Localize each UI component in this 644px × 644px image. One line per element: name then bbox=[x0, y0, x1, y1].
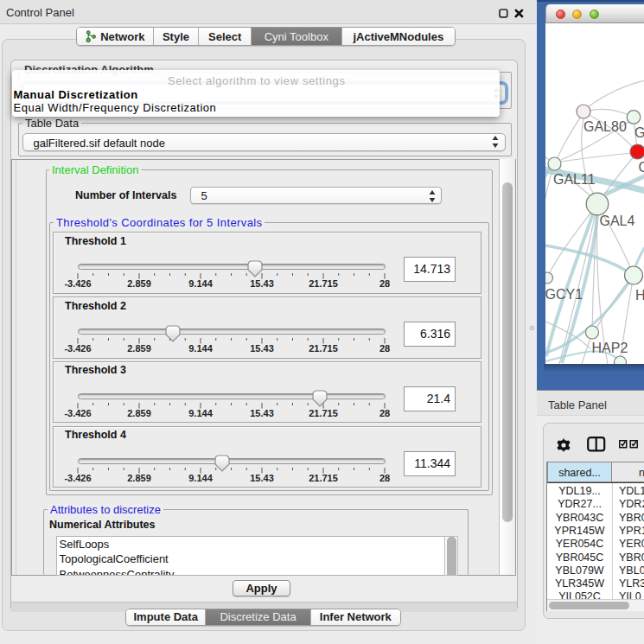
svg-text:C: C bbox=[639, 160, 644, 175]
svg-text:H: H bbox=[635, 288, 644, 303]
svg-text:HAP2: HAP2 bbox=[592, 341, 628, 355]
svg-text:GA: GA bbox=[634, 125, 644, 140]
svg-text:GAL80: GAL80 bbox=[583, 119, 627, 134]
svg-text:GCY1: GCY1 bbox=[545, 287, 583, 302]
svg-text:GAL11: GAL11 bbox=[553, 172, 596, 187]
svg-text:GAL4: GAL4 bbox=[600, 214, 635, 228]
